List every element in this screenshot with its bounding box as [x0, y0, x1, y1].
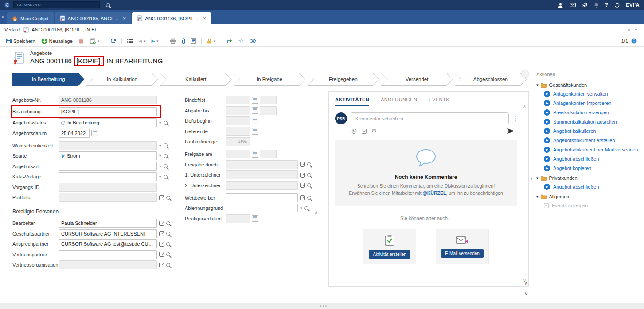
- field-input-bindefrist[interactable]: [226, 96, 250, 104]
- open-record-icon[interactable]: [159, 231, 164, 236]
- chevron-down-icon[interactable]: ▾: [144, 39, 146, 43]
- field-input-ablehnungsgrund[interactable]: [226, 204, 298, 212]
- print-button[interactable]: [168, 37, 178, 45]
- field-input-gesch-ftspartner[interactable]: CURSOR Software AG INTERESSENT: [59, 229, 157, 238]
- collapse-icon[interactable]: ▾: [536, 83, 539, 87]
- dropdown-icon[interactable]: ▾: [159, 120, 161, 125]
- task-icon[interactable]: [362, 129, 367, 134]
- field-input-vorgangs-id[interactable]: [59, 183, 157, 192]
- calendar-icon[interactable]: [252, 118, 258, 124]
- save-button[interactable]: Speichern: [4, 37, 38, 45]
- calendar-icon[interactable]: [252, 107, 258, 114]
- copy-button[interactable]: ▾: [87, 37, 102, 45]
- lookup-icon[interactable]: [164, 143, 168, 147]
- tab-mein-cockpit[interactable]: Mein Cockpit: [7, 12, 54, 24]
- user-icon[interactable]: [558, 2, 563, 8]
- lookup-icon[interactable]: [307, 196, 311, 200]
- open-record-icon[interactable]: [159, 195, 164, 200]
- panel-expander-icon[interactable]: ›: [2, 13, 4, 20]
- attachment-button[interactable]: [180, 37, 187, 45]
- action-group-allgemein[interactable]: ▾Allgemein: [536, 194, 643, 199]
- collapse-left-icon[interactable]: ←: [523, 270, 529, 276]
- calendar-icon[interactable]: [91, 130, 98, 136]
- process-stage-freigegeben[interactable]: Freigegeben: [307, 73, 379, 86]
- open-record-icon[interactable]: [159, 252, 164, 257]
- close-icon[interactable]: ×: [627, 27, 631, 33]
- lookup-icon[interactable]: [166, 232, 170, 236]
- chevron-right-icon[interactable]: ›: [531, 175, 532, 182]
- lookup-icon[interactable]: [166, 221, 170, 225]
- workflow-button[interactable]: [224, 38, 235, 45]
- action-angebotsdokument-erstellen[interactable]: ▶Angebotsdokument erstellen: [544, 137, 643, 143]
- power-icon[interactable]: [614, 2, 620, 8]
- dropdown-icon[interactable]: ▾: [159, 174, 161, 179]
- action-group-privatkunden[interactable]: ›▾Privatkunden: [536, 175, 643, 181]
- field-input-vertriebspartner[interactable]: [59, 250, 157, 259]
- create-activity-button[interactable]: Aktivität erstellen: [369, 250, 410, 259]
- process-stage-in-bearbeitung[interactable]: In Bearbeitung: [12, 73, 84, 86]
- mention-icon[interactable]: @: [351, 128, 357, 134]
- refresh-button[interactable]: [108, 37, 118, 45]
- lookup-icon[interactable]: [166, 242, 170, 246]
- activities-tab-nderungen[interactable]: ÄNDERUNGEN: [381, 97, 417, 106]
- activities-tab-events[interactable]: EVENTS: [429, 97, 449, 106]
- lookup-icon[interactable]: [304, 206, 308, 210]
- process-stage-in-freigabe[interactable]: In Freigabe: [234, 73, 305, 86]
- sync-icon[interactable]: [582, 2, 588, 8]
- action-group-gesch-ftskunden[interactable]: ▾Geschäftskunden: [536, 82, 643, 88]
- chevron-down-icon[interactable]: ▾: [98, 39, 100, 43]
- field-input-bindefrist[interactable]: [260, 96, 277, 104]
- help-icon[interactable]: ?: [605, 2, 608, 8]
- lookup-icon[interactable]: [166, 263, 170, 267]
- mail-icon[interactable]: [570, 3, 576, 7]
- send-email-card[interactable]: E-Mail versenden: [436, 229, 489, 264]
- comment-input[interactable]: [351, 112, 509, 124]
- calendar-icon[interactable]: [252, 215, 258, 222]
- action-events-anzeigen[interactable]: Events anzeigen: [544, 202, 643, 209]
- field-input-2-unterzeichner[interactable]: [226, 181, 298, 190]
- mention-link[interactable]: @KÜRZEL: [423, 190, 446, 196]
- next-record-button[interactable]: ▶▾: [149, 38, 161, 44]
- more-options-icon[interactable]: ⋮: [512, 115, 517, 122]
- lookup-icon[interactable]: [164, 175, 168, 179]
- field-input-angebots-nr[interactable]: ANG 0001186: [59, 96, 157, 104]
- tab-close-icon[interactable]: ×: [123, 15, 126, 22]
- lookup-icon[interactable]: [164, 154, 168, 158]
- field-input-reakquisedatum[interactable]: [226, 214, 250, 223]
- field-input-abgabe-bis[interactable]: [226, 106, 250, 115]
- new-record-button[interactable]: Neuanlage: [39, 37, 75, 45]
- field-input-portfolio[interactable]: [59, 193, 157, 202]
- list-view-button[interactable]: [125, 38, 135, 44]
- field-input-vertriebsorganisation[interactable]: [59, 260, 157, 269]
- field-input-ansprechpartner[interactable]: CURSOR Software AG test@test.de CURS ...: [59, 239, 157, 248]
- splitter-handle[interactable]: [320, 305, 327, 307]
- collapse-icon[interactable]: ▾: [536, 176, 539, 180]
- calendar-icon[interactable]: [252, 128, 258, 135]
- field-input-sparte[interactable]: Strom: [59, 151, 157, 160]
- action-angebot-abschlie-en[interactable]: ▶Angebot abschließen: [544, 156, 643, 162]
- open-record-icon[interactable]: [159, 242, 164, 247]
- dropdown-icon[interactable]: ▾: [159, 164, 161, 169]
- watch-button[interactable]: [247, 38, 258, 44]
- action-angebot-kalkulieren[interactable]: ▶Angebot kalkulieren: [544, 128, 643, 134]
- open-record-icon[interactable]: [159, 263, 164, 267]
- favorite-button[interactable]: ☆: [236, 37, 246, 45]
- chevron-down-icon[interactable]: ▾: [156, 39, 159, 43]
- activities-tab-aktivit-ten[interactable]: AKTIVITÄTEN: [335, 97, 369, 106]
- info-icon[interactable]: [631, 38, 637, 44]
- process-stage-kalkuliert[interactable]: Kalkuliert: [160, 73, 232, 86]
- field-input-1-unterzeichner[interactable]: [226, 170, 298, 179]
- section-collapse-icon[interactable]: ∧: [315, 210, 318, 215]
- field-input-angebotsart[interactable]: [59, 162, 157, 171]
- bell-icon[interactable]: [594, 2, 599, 8]
- chevron-down-icon[interactable]: ▾: [635, 27, 637, 32]
- field-input-abgabe-bis[interactable]: [260, 106, 277, 115]
- action-angebot-abschlie-en[interactable]: ▶Angebot abschließen: [544, 184, 643, 190]
- mail-icon[interactable]: ✉: [371, 128, 376, 134]
- scroll-up-icon[interactable]: ∧: [524, 280, 528, 286]
- action-angebotsdokument-per-mail-versenden[interactable]: ▶Angebotsdokument per Mail versenden: [544, 147, 643, 153]
- lookup-icon[interactable]: [164, 121, 168, 125]
- dropdown-icon[interactable]: ▾: [159, 154, 161, 158]
- field-input-wahrscheinlichkeit[interactable]: [59, 141, 157, 150]
- lookup-icon[interactable]: [166, 196, 170, 200]
